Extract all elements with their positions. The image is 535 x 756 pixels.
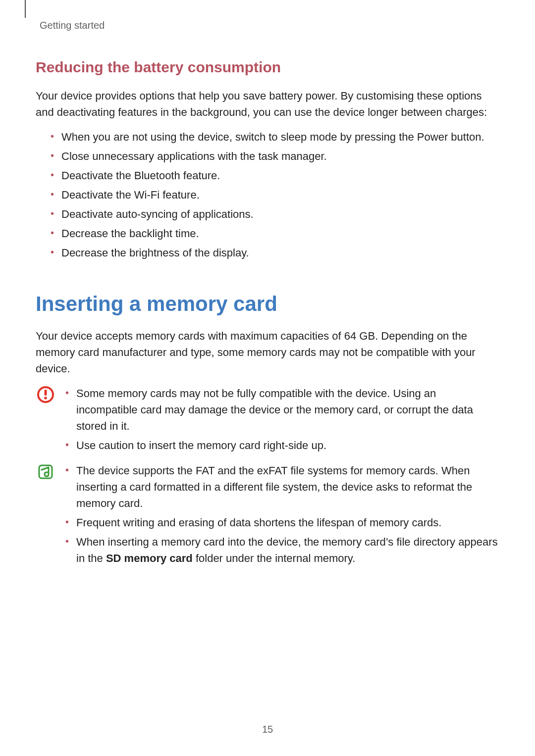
list-item: Deactivate the Wi-Fi feature. [51, 185, 499, 204]
intro-memory-card: Your device accepts memory cards with ma… [36, 328, 499, 377]
list-item: Some memory cards may not be fully compa… [65, 384, 499, 436]
list-item: When inserting a memory card into the de… [65, 532, 499, 568]
warning-list: Some memory cards may not be fully compa… [65, 384, 499, 455]
margin-tick [25, 0, 26, 18]
page-number: 15 [0, 724, 535, 735]
intro-battery: Your device provides options that help y… [36, 88, 499, 120]
warning-icon [37, 386, 54, 455]
list-item: The device supports the FAT and the exFA… [65, 461, 499, 513]
list-item: Deactivate auto-syncing of applications. [51, 204, 499, 224]
breadcrumb: Getting started [40, 20, 499, 31]
note-text-bold: SD memory card [106, 552, 193, 564]
list-item: When you are not using the device, switc… [51, 127, 499, 147]
heading-memory-card: Inserting a memory card [36, 292, 499, 316]
svg-rect-1 [45, 390, 47, 396]
page-body: Getting started Reducing the battery con… [0, 0, 535, 568]
heading-battery: Reducing the battery consumption [36, 59, 499, 76]
list-item: Frequent writing and erasing of data sho… [65, 513, 499, 532]
note-list: The device supports the FAT and the exFA… [65, 461, 499, 568]
warning-callout: Some memory cards may not be fully compa… [36, 384, 499, 455]
svg-point-2 [44, 397, 47, 400]
list-item: Close unnecessary applications with the … [51, 147, 499, 166]
list-item: Decrease the brightness of the display. [51, 243, 499, 262]
note-icon [37, 463, 54, 568]
list-item: Decrease the backlight time. [51, 224, 499, 243]
list-item: Use caution to insert the memory card ri… [65, 436, 499, 455]
note-text-suffix: folder under the internal memory. [193, 552, 356, 564]
note-callout: The device supports the FAT and the exFA… [36, 461, 499, 568]
battery-tips-list: When you are not using the device, switc… [36, 127, 499, 262]
list-item: Deactivate the Bluetooth feature. [51, 166, 499, 185]
